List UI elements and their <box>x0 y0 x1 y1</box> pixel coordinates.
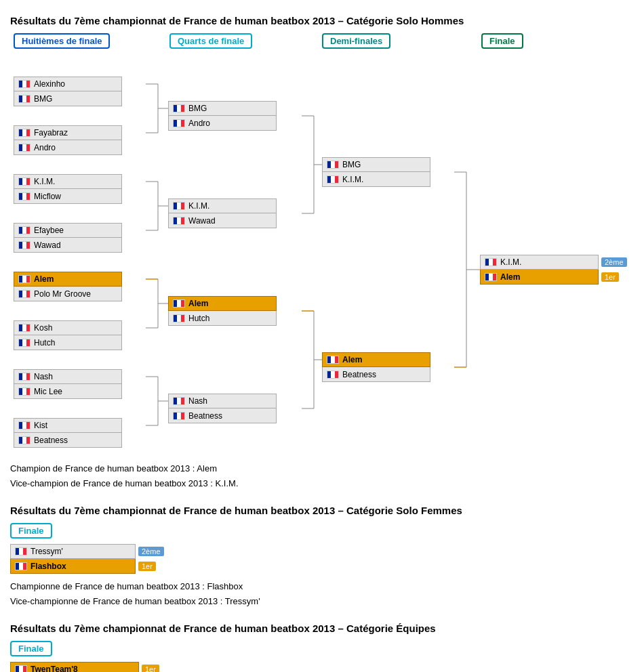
flag <box>18 339 31 347</box>
flag <box>173 119 185 127</box>
qf-p3-2: Hutch <box>168 311 277 326</box>
sf-match-1: BMG K.I.M. <box>322 157 430 187</box>
r8-match-7: Nash Mic Lee <box>14 369 122 399</box>
rank-1st: 1er <box>601 272 619 282</box>
section1-champion: Champion de France de human beatbox 2013… <box>10 461 634 476</box>
section1-results: Champion de France de human beatbox 2013… <box>10 461 634 491</box>
r8-label: Huitièmes de finale <box>14 33 110 49</box>
flag <box>18 387 31 396</box>
section2-results: Championne de France de human beatbox 20… <box>10 579 634 609</box>
section2-champion: Championne de France de human beatbox 20… <box>10 579 634 594</box>
r8-match-6: Kosh Hutch <box>14 320 122 350</box>
r8-p4-2: Wawad <box>14 238 122 253</box>
r8-p5-2: Polo Mr Groove <box>14 287 122 301</box>
s3-rank-1st: 1er <box>142 665 159 672</box>
f-label: Finale <box>481 33 523 49</box>
r8-p1-2: BMG <box>14 91 122 106</box>
sf-p1-1: BMG <box>322 157 430 172</box>
r8-p7-2: Mic Lee <box>14 384 122 399</box>
r8-p2-2: Andro <box>14 140 122 155</box>
qf-p2-2: Wawad <box>168 213 277 228</box>
flag <box>485 273 497 281</box>
flag <box>18 241 31 249</box>
flag <box>327 371 339 379</box>
r8-p1-1: Alexinho <box>14 77 122 91</box>
qf-p1-2: Andro <box>168 116 277 131</box>
r8-p3-1: K.I.M. <box>14 174 122 189</box>
r8-p8-1: Kist <box>14 418 122 433</box>
s3-f-p1: TwenTeam'8 <box>10 662 139 672</box>
flag <box>173 397 185 405</box>
qf-p2-1: K.I.M. <box>168 198 277 213</box>
flag <box>18 144 31 152</box>
flag <box>18 226 31 234</box>
r8-match-4: Efaybee Wawad <box>14 223 122 253</box>
flag <box>18 80 31 88</box>
flag <box>18 373 31 381</box>
flag <box>173 104 185 112</box>
flag <box>18 177 31 186</box>
sf-match-2: Alem Beatness <box>322 352 430 382</box>
flag <box>18 421 31 429</box>
r8-p4-1: Efaybee <box>14 223 122 238</box>
sf-p1-2: K.I.M. <box>322 172 430 187</box>
flag <box>18 324 31 332</box>
flag <box>18 192 31 201</box>
section2-bracket: Tressym' 2ème Flashbox 1er <box>10 544 164 574</box>
s2-f-p1: Tressym' <box>10 544 136 559</box>
flag <box>18 290 31 298</box>
qf-label: Quarts de finale <box>169 33 252 49</box>
flag <box>327 175 339 184</box>
s2-rank-1st: 1er <box>138 562 156 571</box>
s2-rank-2nd: 2ème <box>138 547 164 556</box>
flag <box>15 665 27 672</box>
section3-title: Résultats du 7ème championnat de France … <box>10 623 634 634</box>
section3-finale-label: Finale <box>10 641 52 656</box>
r8-match-1: Alexinho BMG <box>14 77 122 106</box>
flag <box>173 217 185 225</box>
flag <box>173 412 185 420</box>
sf-label: Demi-finales <box>322 33 390 49</box>
r8-match-3: K.I.M. Micflow <box>14 174 122 204</box>
r8-p3-2: Micflow <box>14 189 122 204</box>
flag <box>173 314 185 322</box>
section2-title: Résultats du 7ème championnat de France … <box>10 505 634 516</box>
f-p2: Alem <box>480 270 599 285</box>
s2-f-p2: Flashbox <box>10 559 136 574</box>
qf-match-1: BMG Andro <box>168 101 277 131</box>
section2-finale-label: Finale <box>10 523 52 539</box>
flag <box>18 95 31 103</box>
r8-p5-1: Alem <box>14 272 122 287</box>
flag <box>18 275 31 283</box>
r8-p7-1: Nash <box>14 369 122 384</box>
flag <box>18 129 31 137</box>
finale-match: K.I.M. 2ème Alem 1er <box>480 255 627 285</box>
qf-p1-1: BMG <box>168 101 277 116</box>
qf-p4-2: Beatness <box>168 408 277 423</box>
section2-vice: Vice-championne de France de human beatb… <box>10 594 634 609</box>
section1-title: Résultats du 7ème championnat de France … <box>10 15 634 26</box>
section1-vice: Vice-champion de France de human beatbox… <box>10 476 634 491</box>
flag <box>173 202 185 210</box>
qf-match-2: K.I.M. Wawad <box>168 198 277 228</box>
r8-match-2: Fayabraz Andro <box>14 125 122 155</box>
flag <box>173 299 185 308</box>
r8-p8-2: Beatness <box>14 433 122 448</box>
flag <box>15 547 27 555</box>
qf-p3-1: Alem <box>168 296 277 311</box>
flag <box>485 258 497 266</box>
flag <box>18 436 31 444</box>
r8-p2-1: Fayabraz <box>14 125 122 140</box>
qf-match-3: Alem Hutch <box>168 296 277 326</box>
r8-p6-2: Hutch <box>14 335 122 350</box>
section3-bracket: TwenTeam'8 1er Fabulous Wadness 2ème <box>10 662 167 672</box>
sf-p2-2: Beatness <box>322 367 430 382</box>
flag <box>327 356 339 364</box>
flag <box>15 562 27 570</box>
flag <box>327 161 339 169</box>
r8-match-8: Kist Beatness <box>14 418 122 448</box>
r8-p6-1: Kosh <box>14 320 122 335</box>
sf-p2-1: Alem <box>322 352 430 367</box>
qf-match-4: Nash Beatness <box>168 394 277 423</box>
rank-2nd: 2ème <box>601 257 627 267</box>
